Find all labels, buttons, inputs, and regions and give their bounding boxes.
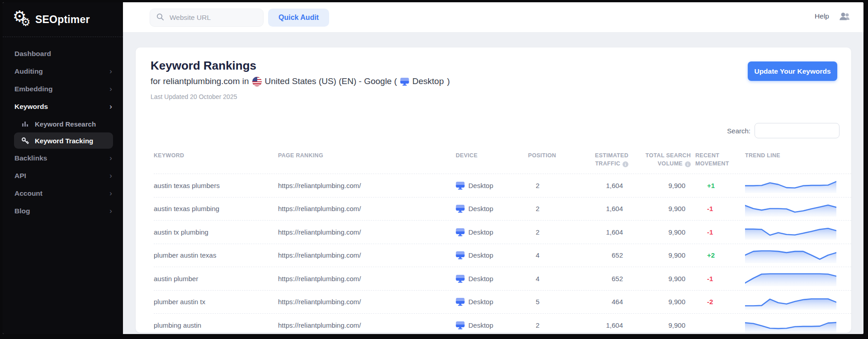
- table-row[interactable]: austin plumberhttps://reliantplumbing.co…: [154, 267, 851, 291]
- sidebar-item-label: API: [14, 172, 26, 180]
- chevron-right-icon: ›: [109, 85, 112, 93]
- sidebar-item-account[interactable]: Account›: [3, 184, 123, 202]
- keyword-cell: plumber austin tx: [154, 298, 278, 306]
- sidebar-subitem-keyword-tracking[interactable]: Keyword Tracking: [14, 132, 113, 149]
- help-link[interactable]: Help: [815, 12, 829, 20]
- movement-cell: -1: [691, 275, 745, 282]
- position-cell: 2: [528, 205, 579, 212]
- sidebar-item-embedding[interactable]: Embedding›: [3, 80, 123, 98]
- keyword-cell: austin texas plumbers: [154, 182, 278, 189]
- sidebar-item-backlinks[interactable]: Backlinks›: [3, 149, 123, 167]
- movement-cell: +1: [691, 182, 745, 189]
- table-row[interactable]: plumbing austinhttps://reliantplumbing.c…: [154, 314, 851, 334]
- sidebar-item-blog[interactable]: Blog›: [3, 202, 123, 220]
- sidebar-menu: DashboardAuditing›Embedding›Keywords›Key…: [3, 45, 123, 220]
- table-search-label: Search:: [727, 127, 750, 135]
- sidebar-item-dashboard[interactable]: Dashboard: [3, 45, 123, 62]
- keyword-table: KEYWORD PAGE RANKING DEVICE POSITION EST…: [154, 148, 851, 334]
- estimated-traffic-cell: 1,604: [579, 205, 628, 212]
- table-row[interactable]: plumber austin txhttps://reliantplumbing…: [154, 291, 851, 314]
- sidebar-item-label: Keywords: [14, 103, 48, 111]
- chevron-right-icon: ›: [109, 189, 112, 197]
- page-ranking-cell: https://reliantplumbing.com/: [278, 275, 456, 282]
- chevron-right-icon: ›: [109, 67, 112, 75]
- trend-line-cell: [745, 271, 851, 286]
- website-url-input[interactable]: [169, 13, 252, 22]
- search-volume-cell: 9,900: [628, 228, 691, 236]
- desktop-icon: [456, 251, 465, 259]
- header-page-ranking[interactable]: PAGE RANKING: [278, 151, 456, 174]
- page-title: Keyword Rankings: [151, 59, 256, 73]
- sidebar-subitem-label: Keyword Research: [35, 120, 96, 128]
- device-cell: Desktop: [456, 228, 528, 236]
- header-recent-movement[interactable]: RECENT MOVEMENT: [691, 151, 745, 174]
- trend-line-cell: [745, 294, 851, 310]
- sidebar-divider: [3, 37, 123, 37]
- position-cell: 2: [528, 182, 579, 189]
- table-header-row: KEYWORD PAGE RANKING DEVICE POSITION EST…: [154, 148, 851, 174]
- header-device[interactable]: DEVICE: [456, 151, 528, 174]
- main-area: Keyword Rankings for reliantplumbing.com…: [123, 32, 863, 334]
- sidebar-item-label: Account: [14, 189, 42, 198]
- header-position[interactable]: POSITION: [528, 151, 579, 174]
- position-cell: 4: [528, 275, 579, 282]
- page-ranking-cell: https://reliantplumbing.com/: [278, 321, 456, 329]
- sidebar-item-label: Blog: [14, 207, 30, 215]
- table-row[interactable]: austin texas plumbinghttps://reliantplum…: [154, 198, 851, 221]
- table-row[interactable]: plumber austin texashttps://reliantplumb…: [154, 244, 851, 268]
- table-search-input[interactable]: [755, 123, 840, 138]
- sidebar-subitem-keyword-research[interactable]: Keyword Research: [14, 116, 113, 132]
- sidebar-item-label: Embedding: [14, 85, 52, 93]
- table-body: austin texas plumbershttps://reliantplum…: [154, 174, 851, 334]
- desktop-icon: [400, 77, 409, 86]
- estimated-traffic-cell: 1,604: [579, 321, 628, 329]
- keyword-cell: austin texas plumbing: [154, 205, 278, 212]
- search-volume-cell: 9,900: [628, 275, 691, 282]
- sidebar-item-label: Auditing: [14, 67, 43, 75]
- trend-line-cell: [745, 178, 851, 193]
- device-cell: Desktop: [456, 274, 528, 283]
- header-search-volume[interactable]: TOTAL SEARCH VOLUMEi: [628, 151, 691, 174]
- info-icon[interactable]: i: [685, 161, 691, 167]
- info-icon[interactable]: i: [623, 161, 628, 167]
- header-estimated-traffic[interactable]: ESTIMATED TRAFFICi: [579, 151, 628, 174]
- quick-audit-button[interactable]: Quick Audit: [268, 9, 329, 27]
- table-row[interactable]: austin texas plumbershttps://reliantplum…: [154, 174, 851, 198]
- users-icon[interactable]: [839, 12, 851, 23]
- estimated-traffic-cell: 652: [579, 251, 628, 259]
- movement-cell: -1: [691, 205, 745, 212]
- desktop-icon: [456, 297, 465, 306]
- position-cell: 4: [528, 251, 579, 259]
- device-cell: Desktop: [456, 204, 528, 213]
- sidebar-item-keywords[interactable]: Keywords›: [3, 98, 123, 115]
- device-cell: Desktop: [456, 251, 528, 259]
- movement-cell: -1: [691, 228, 745, 236]
- search-volume-cell: 9,900: [628, 321, 691, 329]
- table-row[interactable]: austin tx plumbinghttps://reliantplumbin…: [154, 221, 851, 244]
- update-keywords-button[interactable]: Update Your Keywords: [748, 61, 837, 81]
- window-frame: ⚙⚙ SEOptimer DashboardAuditing›Embedding…: [0, 0, 868, 339]
- search-volume-cell: 9,900: [628, 251, 691, 259]
- website-url-box: [150, 9, 264, 27]
- search-volume-cell: 9,900: [628, 205, 691, 212]
- desktop-icon: [456, 181, 465, 190]
- search-volume-cell: 9,900: [628, 182, 691, 189]
- app-root: ⚙⚙ SEOptimer DashboardAuditing›Embedding…: [3, 2, 863, 334]
- page-ranking-cell: https://reliantplumbing.com/: [278, 298, 456, 306]
- chevron-right-icon: ›: [109, 103, 112, 110]
- position-cell: 2: [528, 228, 579, 236]
- chevron-right-icon: ›: [109, 154, 112, 162]
- sidebar-item-auditing[interactable]: Auditing›: [3, 62, 123, 80]
- trend-line-cell: [745, 201, 851, 217]
- logo[interactable]: ⚙⚙ SEOptimer: [13, 9, 90, 29]
- sidebar-item-label: Backlinks: [14, 154, 47, 162]
- estimated-traffic-cell: 652: [579, 275, 628, 282]
- movement-cell: +2: [691, 251, 745, 259]
- keyword-rankings-card: Keyword Rankings for reliantplumbing.com…: [136, 47, 851, 333]
- keyword-cell: plumber austin texas: [154, 251, 278, 259]
- position-cell: 2: [528, 321, 579, 329]
- topbar: Quick Audit Help: [123, 2, 863, 32]
- sidebar-item-api[interactable]: API›: [3, 167, 123, 184]
- sidebar-subitem-label: Keyword Tracking: [35, 137, 93, 145]
- header-keyword[interactable]: KEYWORD: [154, 151, 278, 174]
